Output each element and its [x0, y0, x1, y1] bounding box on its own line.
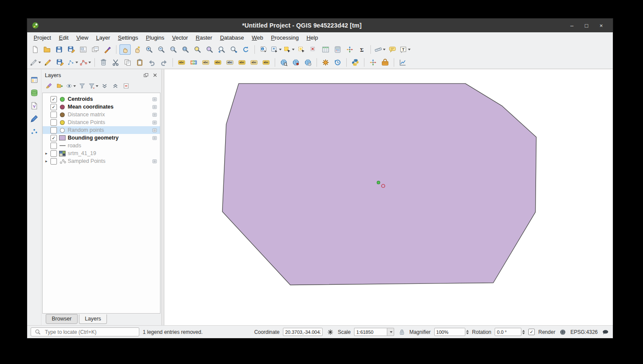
- render-checkbox[interactable]: ✓: [528, 329, 535, 335]
- zoom-out-button[interactable]: [156, 44, 167, 55]
- magnifier-input[interactable]: [434, 328, 465, 336]
- filter-legend-button[interactable]: [77, 81, 87, 90]
- rotation-input[interactable]: [495, 328, 521, 336]
- pan-to-selection-button[interactable]: [132, 44, 143, 55]
- python-console-button[interactable]: [350, 57, 361, 68]
- show-layout-manager-button[interactable]: [90, 44, 101, 55]
- map-tips-button[interactable]: [387, 44, 398, 55]
- layer-row-sampled-points[interactable]: ▸Sampled Points: [43, 157, 160, 165]
- collapse-all-button[interactable]: [110, 81, 120, 90]
- dropdown-caret-icon[interactable]: [292, 49, 295, 50]
- rotation-spinbox[interactable]: [495, 328, 525, 336]
- menu-project[interactable]: Project: [30, 33, 55, 42]
- lock-icon[interactable]: [398, 328, 406, 336]
- dropdown-caret-icon[interactable]: [38, 62, 41, 63]
- add-feature-button[interactable]: [66, 57, 78, 68]
- pan-map-button[interactable]: [119, 44, 131, 55]
- new-geopackage-layer-button[interactable]: [28, 87, 40, 98]
- dropdown-caret-icon[interactable]: [75, 62, 78, 63]
- layer-row-distance-points[interactable]: Distance Points: [43, 118, 160, 126]
- layer-tree[interactable]: ✓Centroids✓Mean coordinatesDistance matr…: [42, 93, 160, 314]
- dropdown-caret-icon[interactable]: [279, 49, 282, 50]
- run-feature-action-button[interactable]: [270, 44, 282, 55]
- open-attribute-table-button[interactable]: [320, 44, 331, 55]
- cut-features-button[interactable]: [110, 57, 121, 68]
- new-print-layout-button[interactable]: [78, 44, 89, 55]
- manage-map-themes-button[interactable]: [66, 81, 76, 90]
- options-button[interactable]: [344, 44, 355, 55]
- globe-clock-button[interactable]: [302, 57, 314, 68]
- tab-layers[interactable]: Layers: [79, 314, 107, 324]
- layer-checkbox[interactable]: [50, 158, 57, 165]
- layer-row-centroids[interactable]: ✓Centroids: [43, 95, 160, 103]
- locate-input[interactable]: [44, 329, 136, 336]
- new-project-button[interactable]: [29, 44, 41, 55]
- close-button[interactable]: ×: [594, 22, 608, 29]
- dropdown-caret-icon[interactable]: [88, 62, 91, 63]
- spin-up-icon[interactable]: [522, 330, 525, 332]
- zoom-full-button[interactable]: [180, 44, 191, 55]
- layer-row-mean-coordinates[interactable]: ✓Mean coordinates: [43, 103, 160, 111]
- change-label-button[interactable]: abc: [260, 57, 272, 68]
- layer-labeling-options-button[interactable]: abc: [176, 57, 187, 68]
- delete-selected-button[interactable]: [98, 57, 109, 68]
- scale-input[interactable]: [354, 328, 387, 336]
- refresh-map-button[interactable]: [240, 44, 251, 55]
- minimize-button[interactable]: –: [565, 22, 579, 29]
- spin-down-icon[interactable]: [522, 333, 525, 334]
- show-hide-labels-button[interactable]: abc: [224, 57, 235, 68]
- highlight-pinned-labels-button[interactable]: abc: [200, 57, 211, 68]
- layer-diagram-options-button[interactable]: abc: [188, 57, 199, 68]
- current-edits-button[interactable]: [29, 57, 41, 68]
- zoom-to-selection-button[interactable]: [192, 44, 203, 55]
- new-spatialite-layer-button[interactable]: [28, 113, 40, 124]
- graphical-modeler-button[interactable]: [380, 57, 391, 68]
- open-layer-styling-button[interactable]: [44, 81, 54, 90]
- select-by-value-button[interactable]: [296, 44, 307, 55]
- menu-database[interactable]: Database: [216, 33, 248, 42]
- layer-row-bounding-geometry[interactable]: ✓Bounding geometry: [43, 134, 160, 142]
- open-project-button[interactable]: [41, 44, 53, 55]
- edit-features-inplace-button[interactable]: [320, 57, 331, 68]
- zoom-last-button[interactable]: [216, 44, 227, 55]
- menu-plugins[interactable]: Plugins: [142, 33, 168, 42]
- layer-checkbox[interactable]: ✓: [50, 104, 57, 110]
- crs-globe-icon[interactable]: [559, 328, 567, 336]
- map-canvas[interactable]: [164, 69, 613, 325]
- close-panel-button[interactable]: [151, 72, 159, 78]
- magnifier-spinbox[interactable]: [434, 328, 469, 336]
- menu-raster[interactable]: Raster: [192, 33, 216, 42]
- filter-by-expression-button[interactable]: ε: [88, 81, 99, 90]
- processing-history-button[interactable]: [332, 57, 343, 68]
- identify-features-button[interactable]: i: [258, 44, 269, 55]
- menu-view[interactable]: View: [72, 33, 92, 42]
- scale-combo[interactable]: [354, 328, 394, 336]
- menu-edit[interactable]: Edit: [55, 33, 72, 42]
- scale-dropdown-button[interactable]: [387, 328, 394, 336]
- crs-label[interactable]: EPSG:4326: [571, 329, 598, 335]
- vertex-tool-button[interactable]: [79, 57, 91, 68]
- menu-help[interactable]: Help: [303, 33, 322, 42]
- rotate-label-button[interactable]: abc: [248, 57, 260, 68]
- statistical-summary-button[interactable]: Σ: [356, 44, 367, 55]
- save-project-as-button[interactable]: [66, 44, 77, 55]
- field-calculator-button[interactable]: [332, 44, 343, 55]
- spin-buttons[interactable]: [466, 330, 469, 334]
- layer-checkbox[interactable]: ✓: [50, 135, 57, 141]
- new-shapefile-layer-button[interactable]: V: [28, 100, 40, 111]
- layer-checkbox[interactable]: [50, 127, 57, 134]
- menu-layer[interactable]: Layer: [92, 33, 114, 42]
- menu-settings[interactable]: Settings: [114, 33, 142, 42]
- geocoding-button[interactable]: [290, 57, 301, 68]
- dropdown-caret-icon[interactable]: [408, 49, 411, 50]
- panel-splitter[interactable]: [161, 69, 164, 325]
- expander-icon[interactable]: ▸: [44, 159, 48, 163]
- zoom-in-button[interactable]: [144, 44, 155, 55]
- deselect-all-button[interactable]: [308, 44, 319, 55]
- move-label-button[interactable]: abc: [236, 57, 248, 68]
- select-features-button[interactable]: [283, 44, 295, 55]
- text-annotation-button[interactable]: T: [399, 44, 411, 55]
- layer-checkbox[interactable]: [50, 150, 57, 157]
- spin-down-icon[interactable]: [466, 333, 469, 334]
- data-source-manager-button[interactable]: [28, 75, 40, 85]
